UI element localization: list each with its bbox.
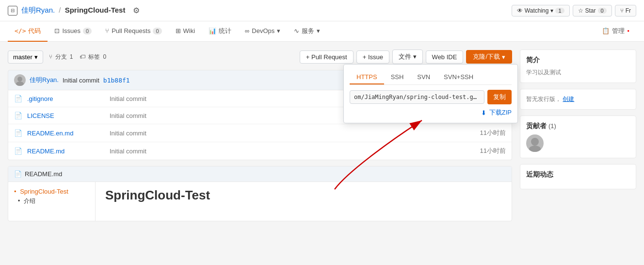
recent-activity-title: 近期动态 — [526, 170, 630, 179]
fork-button[interactable]: ⑂ Fr — [615, 5, 636, 17]
download-zip-button[interactable]: ⬇ 下载ZIP — [350, 108, 512, 117]
tab-devops-label: DevOps — [252, 27, 274, 34]
recent-activity-section: 近期动态 — [520, 164, 636, 189]
clone-url-input[interactable] — [350, 90, 484, 104]
clone-panel: HTTPS SSH SVN SVN+SSH 复制 ⬇ 下载ZIP — [343, 64, 518, 123]
file-time: 11小时前 — [467, 129, 506, 137]
file-name[interactable]: LICENSE — [27, 112, 105, 119]
toc-sub-bullet: • — [18, 198, 20, 204]
tags-count: 0 — [103, 53, 106, 60]
download-icon: ⬇ — [481, 109, 486, 116]
tab-services[interactable]: ∿ 服务 ▾ — [287, 21, 327, 42]
webide-button[interactable]: Web IDE — [426, 50, 464, 64]
tab-services-label: 服务 — [302, 27, 314, 35]
repo-type-icon: ⊟ — [8, 6, 17, 16]
contributors-label: 贡献者 — [526, 122, 547, 130]
file-name[interactable]: .gitignore — [27, 95, 105, 102]
copy-url-button[interactable]: 复制 — [487, 90, 512, 104]
commit-author[interactable]: 佳明Ryan. — [30, 76, 59, 84]
readme-file-icon: 📄 — [14, 170, 22, 178]
file-icon: 📄 — [14, 129, 22, 137]
intro-title: 简介 — [526, 56, 630, 65]
toolbar-left: master ▾ ⑂ 分支 1 🏷 标签 0 — [8, 50, 106, 64]
clone-tab-https[interactable]: HTTPS — [350, 70, 384, 84]
readme-toc: • SpringCloud-Test • 介绍 — [8, 182, 96, 221]
settings-icon[interactable]: ⚙ — [133, 6, 140, 15]
commit-message: Initial commit — [63, 77, 99, 84]
watch-button[interactable]: 👁 Watching ▾ 1 — [512, 5, 570, 17]
tab-pullrequests[interactable]: ⑂ Pull Requests 0 — [98, 21, 168, 42]
manage-icon: 📋 — [602, 27, 610, 34]
tab-wiki[interactable]: ⊞ Wiki — [169, 21, 202, 42]
branch-icon: ⑂ — [49, 53, 52, 60]
repo-breadcrumb: 佳明Ryan. / SpringCloud-Test — [21, 6, 125, 15]
star-button[interactable]: ☆ Star 0 — [573, 5, 612, 17]
readme-content: SpringCloud-Test — [96, 182, 512, 221]
repo-name-link[interactable]: SpringCloud-Test — [65, 6, 126, 14]
chevron-down-icon: ▾ — [550, 7, 553, 14]
star-icon: ☆ — [578, 7, 583, 14]
issues-icon: ⊡ — [54, 27, 60, 34]
tab-manage[interactable]: 📋 管理 ● — [595, 21, 636, 42]
contributors-count: (1) — [548, 122, 556, 130]
issues-badge: 0 — [83, 28, 92, 34]
file-row: 📄 README.en.md Initial commit 11小时前 — [8, 124, 512, 142]
tab-stats[interactable]: 📊 统计 — [202, 21, 238, 42]
file-name[interactable]: README.en.md — [27, 130, 105, 137]
readme-title: README.md — [25, 170, 62, 178]
clone-button[interactable]: 克隆/下载 ▾ — [466, 50, 512, 64]
tab-issues[interactable]: ⊡ Issues 0 — [48, 21, 98, 42]
issue-button[interactable]: + Issue — [356, 50, 389, 64]
svg-point-0 — [17, 77, 22, 82]
clone-tab-svnssh[interactable]: SVN+SSH — [437, 70, 480, 84]
file-dropdown-icon: ▾ — [413, 53, 417, 60]
commit-hash[interactable]: b1b88f1 — [103, 77, 130, 84]
readme-body: • SpringCloud-Test • 介绍 SpringCloud-Test — [8, 182, 512, 221]
toc-subitem[interactable]: • 介绍 — [18, 197, 89, 205]
branches-count: 1 — [70, 53, 73, 60]
right-sidebar: 简介 学习以及测试 暂无发行版， 创建 贡献者 (1) 近期动态 — [520, 50, 636, 221]
branch-name: master — [13, 53, 32, 61]
fork-icon: ⑂ — [620, 7, 624, 14]
clone-tab-ssh[interactable]: SSH — [384, 70, 411, 84]
branch-dropdown-icon: ▾ — [34, 53, 38, 61]
main-content: master ▾ ⑂ 分支 1 🏷 标签 0 + Pull Request + … — [0, 42, 644, 229]
wiki-icon: ⊞ — [176, 27, 181, 34]
file-icon: 📄 — [14, 147, 22, 155]
repo-info: ⊟ 佳明Ryan. / SpringCloud-Test ⚙ — [8, 6, 140, 16]
services-icon: ∿ — [294, 27, 299, 34]
watch-label: Watching — [525, 7, 549, 14]
contributors-section: 贡献者 (1) — [520, 116, 636, 158]
repo-actions: 👁 Watching ▾ 1 ☆ Star 0 ⑂ Fr — [512, 5, 636, 17]
owner-link[interactable]: 佳明Ryan. — [21, 6, 55, 14]
toc-bullet: • — [14, 188, 16, 195]
contributor-avatar[interactable] — [526, 134, 544, 152]
download-zip-label: 下载ZIP — [489, 108, 512, 117]
tab-code-label: 代码 — [28, 27, 41, 35]
file-icon: 📄 — [14, 95, 22, 102]
clone-tab-svn[interactable]: SVN — [410, 70, 437, 84]
code-icon: </> — [15, 27, 26, 34]
pull-request-button[interactable]: + Pull Request — [300, 50, 354, 64]
file-icon: 📄 — [14, 112, 22, 119]
tab-issues-label: Issues — [62, 27, 80, 34]
tab-code[interactable]: </> 代码 — [8, 21, 48, 42]
file-button[interactable]: 文件 ▾ — [392, 50, 423, 64]
star-label: Star — [585, 7, 596, 14]
pr-icon: ⑂ — [105, 27, 109, 34]
toolbar-row: master ▾ ⑂ 分支 1 🏷 标签 0 + Pull Request + … — [8, 50, 512, 64]
devops-icon: ∞ — [245, 27, 249, 34]
readme-section: 📄 README.md • SpringCloud-Test • 介绍 — [8, 166, 512, 221]
svg-point-2 — [531, 138, 539, 146]
toolbar-right: + Pull Request + Issue 文件 ▾ Web IDE 克隆/下… — [300, 50, 512, 64]
tab-devops[interactable]: ∞ DevOps ▾ — [238, 21, 287, 42]
contributors-title: 贡献者 (1) — [526, 122, 630, 131]
branch-selector[interactable]: master ▾ — [8, 50, 43, 64]
repo-meta: ⑂ 分支 1 🏷 标签 0 — [49, 53, 106, 61]
toc-item[interactable]: • SpringCloud-Test — [14, 188, 89, 195]
file-name[interactable]: README.md — [27, 148, 105, 155]
release-create-link[interactable]: 创建 — [563, 96, 574, 102]
file-label: 文件 — [399, 53, 411, 60]
release-section: 暂无发行版， 创建 — [520, 89, 636, 110]
tab-manage-label: 管理 — [612, 27, 625, 35]
